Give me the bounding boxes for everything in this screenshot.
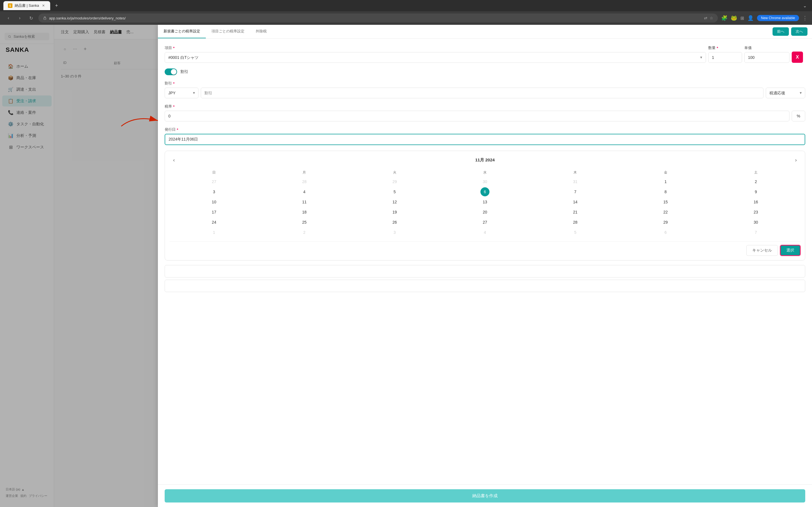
item-select[interactable]: #0001 白Tシャツ: [165, 52, 706, 62]
cal-day-w5-6[interactable]: 29: [661, 218, 670, 227]
issue-date-input[interactable]: [165, 134, 805, 145]
browser-chrome: S 納品書 | Sanka ✕ + ⌄: [0, 0, 812, 11]
tax-timing-select-wrapper[interactable]: 税適応後 ▼: [766, 88, 805, 98]
cal-day-w5-1[interactable]: 24: [209, 218, 218, 227]
profile-icon[interactable]: 👤: [748, 15, 754, 21]
delete-row-button[interactable]: X: [792, 52, 803, 63]
cal-day-w3-3[interactable]: 12: [390, 198, 399, 207]
cal-day-w1-2[interactable]: 28: [300, 177, 309, 186]
active-tab[interactable]: S 納品書 | Sanka ✕: [3, 1, 50, 10]
new-tab-button[interactable]: +: [52, 2, 60, 10]
cal-day-w3-1[interactable]: 10: [209, 198, 218, 207]
calendar-title: 11月 2024: [475, 158, 495, 163]
panel-tab-3[interactable]: 外除税: [250, 25, 272, 38]
cal-day-w1-7[interactable]: 2: [751, 177, 760, 186]
bookmark-icon[interactable]: ☆: [710, 16, 713, 20]
translate-icon[interactable]: ⇄: [704, 16, 707, 20]
discount-toggle[interactable]: [165, 68, 177, 75]
menu-icon[interactable]: ⋮: [802, 15, 808, 21]
extension-icon-1[interactable]: 🧩: [721, 15, 727, 21]
extra-field-2: [165, 280, 805, 292]
dow-sat: 土: [711, 169, 801, 176]
cal-day-w5-2[interactable]: 25: [300, 218, 309, 227]
cal-day-w6-6[interactable]: 6: [661, 228, 670, 237]
cal-day-w1-5[interactable]: 31: [571, 177, 580, 186]
tab-end-button[interactable]: ⌄: [801, 2, 809, 10]
item-required-star: *: [173, 46, 174, 50]
calendar-wrapper: ‹ 11月 2024 › 日 月 火 水 木 金 土 27 28 29 30 3…: [165, 151, 805, 261]
calendar-cancel-button[interactable]: キャンセル: [746, 245, 778, 256]
tax-timing-select[interactable]: 税適応後: [766, 88, 805, 98]
cal-day-w2-4-selected[interactable]: 6: [480, 187, 490, 196]
new-chrome-badge[interactable]: New Chrome available: [757, 15, 799, 21]
extension-icon-3[interactable]: ⊞: [741, 15, 744, 21]
create-delivery-note-button[interactable]: 納品書を作成: [165, 489, 805, 503]
url-bar[interactable]: app.sanka.io/ja/modules/orders/delivery_…: [38, 13, 718, 22]
cal-day-w5-5[interactable]: 28: [571, 218, 580, 227]
cal-day-w1-6[interactable]: 1: [661, 177, 670, 186]
cal-day-w4-7[interactable]: 23: [751, 208, 760, 217]
item-label: 項目 *: [165, 45, 706, 50]
cal-day-w4-3[interactable]: 19: [390, 208, 399, 217]
back-button[interactable]: ‹: [4, 14, 12, 22]
calendar-select-button[interactable]: 選択: [780, 245, 801, 256]
dow-mon: 月: [260, 169, 349, 176]
cal-day-w1-3[interactable]: 29: [390, 177, 399, 186]
cal-day-w4-2[interactable]: 18: [300, 208, 309, 217]
issue-date-form-row: 発行日 *: [165, 127, 805, 145]
forward-button[interactable]: ›: [16, 14, 24, 22]
calendar-grid: 日 月 火 水 木 金 土 27 28 29 30 31 1 2 3 4 5 6: [169, 169, 801, 237]
cal-day-w2-2[interactable]: 4: [300, 187, 309, 196]
cal-day-w6-1[interactable]: 1: [209, 228, 218, 237]
empty-field-2: [165, 280, 805, 292]
cal-day-w3-4[interactable]: 13: [480, 198, 490, 207]
calendar-next-button[interactable]: ›: [792, 156, 801, 165]
tab-close-button[interactable]: ✕: [41, 3, 46, 8]
cal-day-w3-5[interactable]: 14: [571, 198, 580, 207]
reload-button[interactable]: ↻: [27, 14, 35, 22]
tax-input[interactable]: [165, 111, 790, 121]
cal-day-w5-7[interactable]: 30: [751, 218, 760, 227]
cal-day-w3-2[interactable]: 11: [300, 198, 309, 207]
cal-day-w5-3[interactable]: 26: [390, 218, 399, 227]
cal-day-w6-2[interactable]: 2: [300, 228, 309, 237]
cal-day-w4-4[interactable]: 20: [480, 208, 490, 217]
cal-day-w3-7[interactable]: 16: [751, 198, 760, 207]
cal-day-w2-1[interactable]: 3: [209, 187, 218, 196]
cal-day-w6-4[interactable]: 4: [480, 228, 490, 237]
discount-input[interactable]: [201, 88, 763, 98]
panel-tab-1[interactable]: 新規書ごとの税率設定: [158, 25, 206, 38]
currency-select[interactable]: JPY: [165, 88, 199, 98]
extension-icon-2[interactable]: 🐸: [731, 15, 737, 21]
next-button[interactable]: 次へ: [791, 27, 808, 36]
panel-tab-actions: 前へ 次へ: [768, 25, 812, 38]
cal-day-w2-6[interactable]: 8: [661, 187, 670, 196]
panel-tab-2[interactable]: 項目ごとの税率設定: [206, 25, 250, 38]
cal-day-w4-5[interactable]: 21: [571, 208, 580, 217]
cal-day-w2-5[interactable]: 7: [571, 187, 580, 196]
cal-day-w3-6[interactable]: 15: [661, 198, 670, 207]
cal-day-w2-7[interactable]: 9: [751, 187, 760, 196]
issue-date-required-star: *: [177, 128, 178, 132]
issue-date-label: 発行日 *: [165, 127, 805, 132]
cal-day-w4-6[interactable]: 22: [661, 208, 670, 217]
quantity-input[interactable]: [708, 52, 742, 63]
panel-body: 項目 * #0001 白Tシャツ ▼ 数量 *: [158, 39, 812, 485]
discount-toggle-label: 割引: [181, 69, 188, 74]
dow-sun: 日: [169, 169, 259, 176]
cal-day-w1-4[interactable]: 30: [480, 177, 490, 186]
prev-button[interactable]: 前へ: [772, 27, 789, 36]
unit-price-input[interactable]: [744, 52, 790, 63]
item-select-wrapper[interactable]: #0001 白Tシャツ ▼: [165, 52, 706, 63]
calendar-prev-button[interactable]: ‹: [169, 156, 179, 165]
cal-day-w6-3[interactable]: 3: [390, 228, 399, 237]
cal-day-w6-7[interactable]: 7: [751, 228, 760, 237]
item-form-row: 項目 * #0001 白Tシャツ ▼ 数量 *: [165, 45, 805, 63]
cal-day-w2-3[interactable]: 5: [390, 187, 399, 196]
currency-select-wrapper[interactable]: JPY ▼: [165, 88, 199, 98]
panel-tabs: 新規書ごとの税率設定 項目ごとの税率設定 外除税 前へ 次へ: [158, 25, 812, 39]
cal-day-w1-1[interactable]: 27: [209, 177, 218, 186]
cal-day-w6-5[interactable]: 5: [571, 228, 580, 237]
cal-day-w5-4[interactable]: 27: [480, 218, 490, 227]
cal-day-w4-1[interactable]: 17: [209, 208, 218, 217]
